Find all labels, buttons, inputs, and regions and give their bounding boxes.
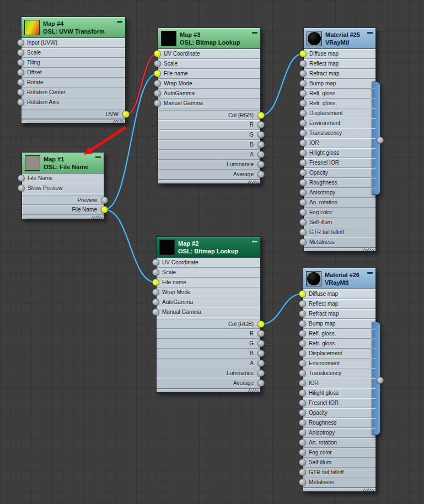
node-map4-header[interactable]: Map #4 OSL: UVW Transform <box>22 17 125 38</box>
input-socket[interactable] <box>17 89 24 96</box>
input-socket[interactable] <box>299 300 306 307</box>
node-map3-header[interactable]: Map #3 OSL: Bitmap Lookup <box>158 28 260 49</box>
connection-wire-blue[interactable] <box>105 210 156 283</box>
input-socket[interactable] <box>154 80 161 87</box>
input-socket[interactable] <box>152 279 159 286</box>
resize-grip[interactable] <box>22 119 125 123</box>
collapse-icon[interactable] <box>95 156 101 158</box>
collapse-icon[interactable] <box>252 32 257 34</box>
output-socket[interactable] <box>101 197 108 204</box>
input-socket[interactable] <box>154 70 161 77</box>
input-socket[interactable] <box>299 389 306 397</box>
input-socket[interactable] <box>299 290 306 297</box>
input-socket[interactable] <box>299 159 307 166</box>
input-socket[interactable] <box>299 459 306 466</box>
collapse-icon[interactable] <box>367 272 373 274</box>
resize-grip[interactable] <box>157 388 260 392</box>
input-socket[interactable] <box>299 70 307 77</box>
resize-grip[interactable] <box>158 180 260 183</box>
input-socket[interactable] <box>299 199 307 206</box>
input-socket[interactable] <box>18 175 25 182</box>
input-socket[interactable] <box>18 185 25 192</box>
output-socket[interactable] <box>257 330 265 337</box>
material-sphere-thumbnail[interactable] <box>306 271 321 286</box>
connection-wire-blue[interactable] <box>261 54 303 116</box>
input-socket[interactable] <box>299 90 307 97</box>
node-map1[interactable]: Map #1 OSL: File Name File NameShow Prev… <box>22 152 104 219</box>
material-output-socket[interactable] <box>377 137 384 144</box>
input-socket[interactable] <box>154 100 161 107</box>
collapse-icon[interactable] <box>252 241 257 242</box>
connection-wire-blue[interactable] <box>261 54 303 116</box>
input-socket[interactable] <box>299 370 306 377</box>
input-socket[interactable] <box>299 469 306 476</box>
input-socket[interactable] <box>299 340 306 347</box>
input-socket[interactable] <box>299 429 306 436</box>
collapse-icon[interactable] <box>367 32 373 34</box>
output-socket[interactable] <box>257 321 265 328</box>
input-socket[interactable] <box>299 189 307 196</box>
resize-grip[interactable] <box>304 247 375 251</box>
input-socket[interactable] <box>299 169 307 176</box>
input-socket[interactable] <box>299 409 306 416</box>
output-socket[interactable] <box>257 350 265 357</box>
collapse-icon[interactable] <box>117 21 122 23</box>
input-socket[interactable] <box>299 110 307 117</box>
output-socket[interactable] <box>257 161 265 168</box>
node-map2[interactable]: Map #2 OSL: Bitmap Lookup UV CoordinateS… <box>156 236 261 393</box>
input-socket[interactable] <box>299 380 306 387</box>
input-socket[interactable] <box>17 99 24 106</box>
file-name-thumbnail[interactable] <box>25 155 40 171</box>
input-socket[interactable] <box>154 50 161 57</box>
output-socket[interactable] <box>257 370 265 377</box>
node-map3[interactable]: Map #3 OSL: Bitmap Lookup UV CoordinateS… <box>158 28 261 184</box>
input-socket[interactable] <box>152 289 159 296</box>
input-socket[interactable] <box>299 310 306 317</box>
output-socket[interactable] <box>257 171 265 178</box>
input-socket[interactable] <box>152 269 159 276</box>
resize-grip[interactable] <box>303 487 375 491</box>
input-socket[interactable] <box>299 239 307 246</box>
input-socket[interactable] <box>299 439 306 446</box>
output-socket[interactable] <box>122 111 130 118</box>
node-map1-header[interactable]: Map #1 OSL: File Name <box>22 153 104 174</box>
output-socket[interactable] <box>257 121 265 128</box>
bitmap-thumbnail[interactable] <box>161 31 176 46</box>
output-socket[interactable] <box>257 360 265 367</box>
material-output-socket[interactable] <box>377 377 384 384</box>
node-material25[interactable]: Material #25 VRayMtl Diffuse mapReflect … <box>303 28 376 252</box>
input-socket[interactable] <box>299 449 306 456</box>
slate-node-editor-canvas[interactable]: Map #4 OSL: UVW Transform Input (UVW)Sca… <box>0 0 424 504</box>
input-socket[interactable] <box>154 60 161 67</box>
input-socket[interactable] <box>17 49 24 56</box>
input-socket[interactable] <box>17 59 24 66</box>
input-socket[interactable] <box>299 399 306 407</box>
input-socket[interactable] <box>299 50 307 57</box>
input-socket[interactable] <box>299 330 306 337</box>
input-socket[interactable] <box>299 179 307 186</box>
input-socket[interactable] <box>152 259 159 266</box>
input-socket[interactable] <box>299 129 307 137</box>
output-socket[interactable] <box>257 380 265 387</box>
input-socket[interactable] <box>299 80 307 87</box>
input-socket[interactable] <box>299 419 306 426</box>
input-socket[interactable] <box>299 120 307 127</box>
node-map2-header[interactable]: Map #2 OSL: Bitmap Lookup <box>157 237 260 258</box>
uvw-gradient-thumbnail[interactable] <box>24 20 40 35</box>
connection-wire-red[interactable] <box>126 54 158 115</box>
input-socket[interactable] <box>299 149 307 156</box>
output-socket[interactable] <box>257 151 265 158</box>
connection-wire-blue[interactable] <box>261 294 303 324</box>
input-socket[interactable] <box>152 308 159 316</box>
output-socket[interactable] <box>257 340 265 347</box>
input-socket[interactable] <box>299 360 306 367</box>
input-socket[interactable] <box>17 39 24 46</box>
input-socket[interactable] <box>299 139 307 147</box>
output-socket[interactable] <box>257 131 265 138</box>
connection-wire-blue[interactable] <box>261 294 303 324</box>
input-socket[interactable] <box>299 219 307 226</box>
connection-wire-blue[interactable] <box>105 210 156 283</box>
input-socket[interactable] <box>299 229 307 236</box>
node-material26-header[interactable]: Material #26 VRayMtl <box>303 268 375 289</box>
node-map4[interactable]: Map #4 OSL: UVW Transform Input (UVW)Sca… <box>21 17 126 123</box>
